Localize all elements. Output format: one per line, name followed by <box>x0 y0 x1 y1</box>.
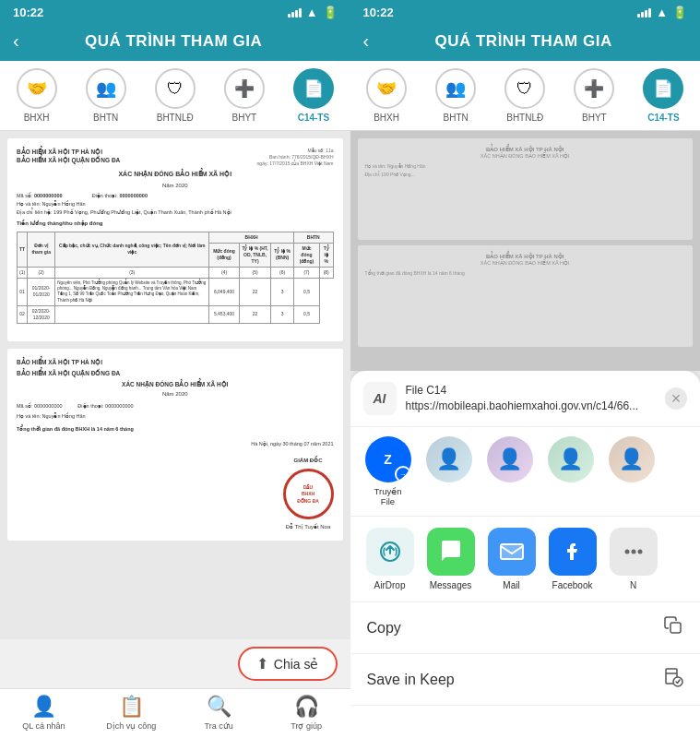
bhtnld-icon-left: 🛡 <box>155 68 196 109</box>
tab-bhtn-right[interactable]: 👥 BHTN <box>423 68 489 123</box>
tab-c14ts-left[interactable]: 📄 C14-TS <box>280 68 346 123</box>
apps-row: AirDrop Messages Mail <box>350 517 701 602</box>
left-back-button[interactable]: ‹ <box>13 30 19 52</box>
left-status-time: 10:22 <box>13 6 43 19</box>
doc1-hoten: Họ và tên: Nguyễn Hồng Hân <box>17 201 334 208</box>
svg-rect-1 <box>501 544 523 559</box>
tro-giup-icon: 🎧 <box>294 695 319 719</box>
dich-vu-cong-label: Dịch vụ công <box>106 721 156 731</box>
doc1-number: Mẫu số: 11aBan hành: 776/2015/QĐ-BHXHngà… <box>257 148 334 167</box>
doc2-total: Tổng thời gian đã đóng BHXH là 14 năm 6 … <box>17 425 334 433</box>
doc1-diachi: Địa chỉ liên hệ: 199 Phố Vọng, Phường Ph… <box>17 209 334 217</box>
nav-tra-cuu[interactable]: 🔍 Tra cứu <box>175 695 263 731</box>
doc1-table-title: Tiền lương tháng/thu nhập đóng <box>17 220 334 227</box>
airdrop-icon <box>366 528 414 576</box>
nav-ca-nhan[interactable]: 👤 QL cá nhân <box>0 695 88 731</box>
bottom-nav-left: 👤 QL cá nhân 📋 Dịch vụ công 🔍 Tra cứu 🎧 … <box>0 688 350 738</box>
right-c14ts-icon: 📄 <box>643 68 683 109</box>
share-link-close-button[interactable]: × <box>665 387 687 410</box>
person4-avatar: 👤 <box>609 436 655 482</box>
app-messages[interactable]: Messages <box>424 528 478 590</box>
right-signal-bars-icon <box>637 8 651 18</box>
person3-avatar: 👤 <box>548 436 594 482</box>
tab-c14ts-right[interactable]: 📄 C14-TS <box>631 68 696 123</box>
zalo-avatar: Z → <box>365 436 411 482</box>
save-keep-action[interactable]: Save in Keep <box>350 654 701 706</box>
svg-rect-6 <box>670 623 681 633</box>
doc2-subheader: BẢO HIỂM XÃ HỘI QUẬN ĐỐNG ĐA <box>17 369 334 378</box>
airdrop-label: AirDrop <box>374 580 406 590</box>
messages-label: Messages <box>430 580 472 590</box>
right-c14ts-label: C14-TS <box>647 113 679 123</box>
copy-label: Copy <box>367 620 664 637</box>
bhxh-icon-left: 🤝 <box>17 68 57 109</box>
share-sheet: AI File C14 https://mobileapi.baohiemxah… <box>350 371 701 738</box>
contact-zalo-truyen[interactable]: Z → Truyền File <box>363 436 413 506</box>
copy-action[interactable]: Copy <box>350 602 701 654</box>
contact-person-3[interactable]: 👤 <box>546 436 596 506</box>
tab-bhyt-left[interactable]: ➕ BHYT <box>211 68 277 123</box>
left-header: ‹ QUÁ TRÌNH THAM GIA <box>0 23 350 61</box>
share-button[interactable]: ⬆ Chia sẻ <box>238 647 338 681</box>
tab-bhtn-left[interactable]: 👥 BHTN <box>73 68 138 123</box>
doc2-title: XÁC NHẬN ĐÓNG BẢO HIỂM XÃ HỘI <box>17 380 334 389</box>
ca-nhan-label: QL cá nhân <box>22 721 65 731</box>
official-stamp: DẤUBHXHĐỐNG ĐA <box>283 469 334 519</box>
doc2-hoten: Họ và tên: Nguyễn Hồng Hân <box>17 412 334 420</box>
person2-avatar: 👤 <box>487 436 533 482</box>
share-icon: ⬆ <box>256 655 268 673</box>
doc2-year: Năm 2020 <box>17 390 334 399</box>
save-keep-icon <box>663 667 683 692</box>
tab-bhxh-right[interactable]: 🤝 BHXH <box>354 68 420 123</box>
right-back-button[interactable]: ‹ <box>363 30 370 52</box>
tab-bhyt-right[interactable]: ➕ BHYT <box>562 68 627 123</box>
doc-preview-content: BẢO HIỂM XÃ HỘI TP HÀ NỘI XÁC NHẬN ĐÓNG … <box>350 131 701 371</box>
left-phone-screen: 10:22 ▲ 🔋 ‹ QUÁ TRÌNH THAM GIA 🤝 BHXH 👥 … <box>0 0 350 738</box>
zalo-contact-name: Truyền File <box>374 486 402 506</box>
bhyt-label-left: BHYT <box>231 113 256 123</box>
app-airdrop[interactable]: AirDrop <box>363 528 417 590</box>
right-page-title: QUÁ TRÌNH THAM GIA <box>378 32 669 51</box>
svg-point-5 <box>637 550 642 554</box>
app-mail[interactable]: Mail <box>485 528 539 590</box>
bhxh-label-left: BHXH <box>24 113 50 123</box>
doc1-title: XÁC NHẬN ĐÓNG BẢO HIỂM XÃ HỘI <box>17 170 334 179</box>
document-area-left: BẢO HIỂM XÃ HỘI TP HÀ NỘI BẢO HIỂM XÃ HỘ… <box>0 131 350 639</box>
app-more[interactable]: N <box>607 528 660 590</box>
share-label: Chia sẻ <box>274 657 319 672</box>
right-status-icons: ▲ 🔋 <box>637 6 687 19</box>
preview-page-2: BẢO HIỂM XÃ HỘI TP HÀ NỘI XÁC NHẬN ĐÓNG … <box>358 245 694 347</box>
zalo-badge: → <box>395 466 411 482</box>
contact-person-1[interactable]: 👤 <box>424 436 474 506</box>
mail-icon <box>488 528 536 576</box>
dich-vu-cong-icon: 📋 <box>119 695 144 719</box>
tab-bhtnld-left[interactable]: 🛡 BHTNLĐ <box>142 68 208 123</box>
zalo-logo-icon: Z <box>384 452 392 467</box>
contact-person-4[interactable]: 👤 <box>607 436 657 506</box>
right-bhtnld-icon: 🛡 <box>504 68 545 109</box>
share-link-app-icon: AI <box>363 382 397 415</box>
app-facebook[interactable]: Facebook <box>546 528 599 590</box>
doc2-date: Hà Nội, ngày 30 tháng 07 năm 2021 <box>17 440 334 447</box>
right-status-time: 10:22 <box>363 6 394 19</box>
right-header: ‹ QUÁ TRÌNH THAM GIA <box>350 23 701 61</box>
tro-giup-label: Trợ giúp <box>291 721 322 731</box>
bhtn-icon-left: 👥 <box>86 68 126 109</box>
nav-dich-vu-cong[interactable]: 📋 Dịch vụ công <box>88 695 175 731</box>
bhtn-label-left: BHTN <box>93 113 118 123</box>
right-bhtn-icon: 👥 <box>435 68 476 109</box>
nav-tro-giup[interactable]: 🎧 Trợ giúp <box>263 695 350 731</box>
right-bhxh-label: BHXH <box>374 113 399 123</box>
right-battery-icon: 🔋 <box>672 6 687 19</box>
left-status-icons: ▲ 🔋 <box>288 6 338 19</box>
right-bhxh-icon: 🤝 <box>366 68 407 109</box>
right-bhtnld-label: BHTNLĐ <box>506 113 543 123</box>
tab-bhxh-left[interactable]: 🤝 BHXH <box>4 68 69 123</box>
close-icon: × <box>671 389 682 409</box>
right-tabs-row: 🤝 BHXH 👥 BHTN 🛡 BHTNLĐ ➕ BHYT 📄 C14-TS <box>350 61 701 131</box>
contact-person-2[interactable]: 👤 <box>485 436 535 506</box>
svg-point-3 <box>624 550 629 554</box>
doc-preview-dimmed: BẢO HIỂM XÃ HỘI TP HÀ NỘI XÁC NHẬN ĐÓNG … <box>350 131 701 371</box>
tab-bhtnld-right[interactable]: 🛡 BHTNLĐ <box>492 68 558 123</box>
signal-bars-icon <box>288 8 302 18</box>
